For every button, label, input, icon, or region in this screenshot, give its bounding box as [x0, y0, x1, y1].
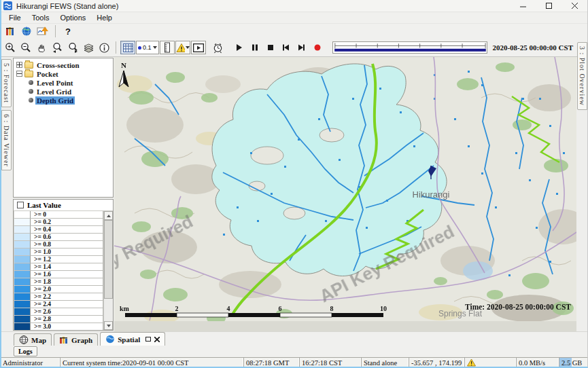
zoom-in-icon[interactable] [3, 41, 18, 54]
pan-icon[interactable] [34, 41, 49, 54]
legend-row[interactable]: >= 1.2 [14, 256, 103, 263]
tree-item-label: Level Point [35, 79, 74, 87]
legend-color-swatch [14, 249, 31, 256]
tab-plot-overview[interactable]: 3 : Plot Overview [577, 42, 587, 110]
close-panel-icon[interactable] [154, 337, 160, 342]
last-value-checkbox[interactable] [17, 202, 24, 208]
legend-row[interactable]: >= 1.8 [14, 278, 103, 286]
maximize-panel-icon[interactable] [145, 337, 151, 342]
tab-data-viewer[interactable]: 6 : Data Viewer [1, 110, 12, 171]
svg-text:10: 10 [380, 305, 387, 312]
legend-header: Last Value [14, 200, 113, 211]
menu-options[interactable]: Options [55, 13, 90, 22]
maximize-icon[interactable] [536, 0, 562, 12]
help-button[interactable]: ? [60, 24, 75, 38]
scrollbar-track[interactable] [104, 220, 113, 321]
record-icon[interactable] [310, 41, 325, 54]
info-icon[interactable] [97, 41, 111, 54]
status-network-rate: 0.0 MB/s [516, 357, 559, 368]
menu-help[interactable]: Help [92, 13, 117, 22]
menu-file[interactable]: File [4, 13, 26, 22]
status-coordinates: -35.657 , 174.199 [409, 357, 464, 368]
tab-spatial-label: Spatial [118, 335, 140, 344]
animation-clock-icon[interactable] [211, 41, 226, 54]
zoom-out-icon[interactable] [18, 41, 33, 54]
legend-color-swatch [14, 316, 31, 323]
tab-forecast[interactable]: 5 : Forecast [1, 59, 12, 107]
legend-row-label: >= 2.0 [31, 286, 103, 293]
export-timeseries-icon[interactable] [35, 24, 50, 38]
title-bar: Hikurangi FEWS (Stand alone) [0, 0, 588, 12]
zoom-previous-icon[interactable] [50, 41, 65, 54]
scrollbar-thumb[interactable] [104, 220, 113, 299]
time-slider[interactable] [332, 41, 488, 54]
legend-color-swatch [14, 278, 31, 286]
legend-row[interactable]: >= 1.4 [14, 263, 103, 271]
legend-row[interactable]: >= 2.4 [14, 301, 103, 308]
status-local-time: 16:27:18 CST [299, 357, 361, 368]
minimize-icon[interactable] [511, 0, 536, 12]
close-icon[interactable] [562, 0, 588, 12]
legend-row[interactable]: >= 3.0 [14, 323, 103, 330]
status-warning-cell[interactable] [464, 357, 516, 368]
play-icon[interactable] [232, 41, 247, 54]
tree-item-pocket[interactable]: Pocket [14, 69, 113, 78]
legend-row[interactable]: >= 0.6 [14, 234, 103, 241]
tab-spatial[interactable]: Spatial [100, 332, 165, 346]
timeline-date: 2020-08-25 00:00:00 CST [492, 43, 573, 52]
legend-row[interactable]: >= 2.0 [14, 286, 103, 293]
tree-item-level-point[interactable]: Level Point [14, 78, 113, 87]
tree-item-cross-section[interactable]: Cross-section [14, 60, 113, 69]
legend-color-swatch [14, 226, 31, 234]
legend-row[interactable]: >= 2.2 [14, 293, 103, 301]
memory-label: 2.5 GB [561, 359, 582, 367]
legend-row[interactable]: >= 2.6 [14, 308, 103, 316]
tree-item-depth-grid[interactable]: Depth Grid [14, 96, 113, 105]
legend-row[interactable]: >= 0.2 [14, 219, 103, 226]
logs-button[interactable]: Logs [14, 346, 37, 356]
map-canvas[interactable]: API Key Required API Key Required N Hiku… [114, 57, 576, 321]
chevron-down-icon [153, 46, 157, 49]
step-back-icon[interactable] [279, 41, 294, 54]
tree-item-level-grid[interactable]: Level Grid [14, 87, 113, 96]
spatial-display-icon[interactable] [19, 24, 34, 38]
tab-graph[interactable]: Graph [54, 333, 98, 346]
scroll-up-icon[interactable] [104, 211, 113, 220]
zoom-next-icon[interactable] [65, 41, 80, 54]
legend-row[interactable]: >= 0.8 [14, 241, 103, 249]
window-title: Hikurangi FEWS (Stand alone) [16, 2, 118, 10]
contour-interval-combo[interactable]: 0.1 [136, 41, 159, 54]
tab-graph-label: Graph [71, 336, 92, 344]
legend-row[interactable]: >= 1.0 [14, 249, 103, 256]
step-forward-icon[interactable] [294, 41, 309, 54]
legend-color-swatch [14, 263, 31, 271]
legend-color-swatch [14, 271, 31, 278]
legend-color-swatch [14, 293, 31, 301]
legend-color-swatch [14, 256, 31, 263]
svg-text:2: 2 [175, 305, 179, 312]
legend-color-swatch [14, 323, 31, 330]
warning-threshold-dropdown[interactable] [175, 41, 190, 54]
map-viewport: API Key Required API Key Required N Hiku… [114, 57, 576, 331]
legend-row[interactable]: >= 0.4 [14, 226, 103, 234]
legend-row-label: >= 1.2 [31, 256, 103, 263]
stop-icon[interactable] [263, 41, 278, 54]
database-viewer-icon[interactable] [3, 24, 18, 38]
legend-scrollbar[interactable] [103, 211, 113, 330]
scale-ruler-icon[interactable] [160, 41, 175, 54]
pause-icon[interactable] [247, 41, 262, 54]
collapse-icon[interactable] [16, 71, 22, 77]
legend-panel: Last Value >= 0>= 0.2>= 0.4>= 0.6>= 0.8>… [13, 199, 114, 331]
legend-row[interactable]: >= 2.8 [14, 316, 103, 323]
legend-row[interactable]: >= 0 [14, 211, 103, 219]
menu-tools[interactable]: Tools [27, 13, 54, 22]
scroll-down-icon[interactable] [104, 321, 113, 330]
warning-icon[interactable] [467, 358, 476, 367]
movie-player-icon[interactable] [191, 41, 206, 54]
grid-display-icon[interactable] [120, 41, 135, 54]
tab-map-label: Map [31, 336, 46, 344]
layers-icon[interactable] [81, 41, 96, 54]
expand-icon[interactable] [16, 62, 22, 68]
legend-row[interactable]: >= 1.6 [14, 271, 103, 278]
tab-map[interactable]: Map [14, 333, 52, 346]
